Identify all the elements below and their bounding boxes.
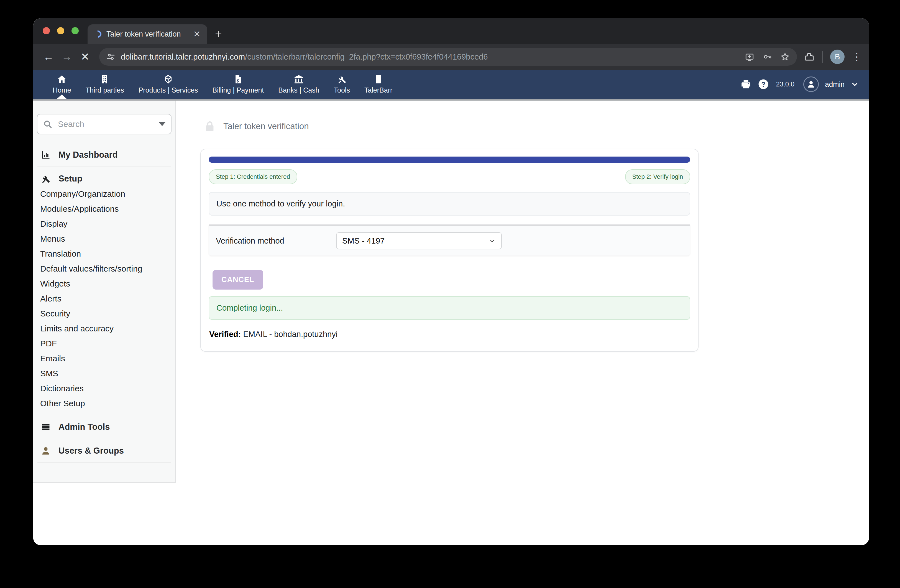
nav-item-banks-cash[interactable]: Banks | Cash xyxy=(271,70,326,99)
nav-item-label: Billing | Payment xyxy=(213,86,264,94)
sidebar-divider xyxy=(37,462,171,463)
new-tab-button[interactable]: + xyxy=(215,28,222,40)
sidebar-item-display[interactable]: Display xyxy=(37,216,172,231)
sidebar-item-alerts[interactable]: Alerts xyxy=(37,291,172,306)
site-info-icon[interactable] xyxy=(106,52,115,61)
server-icon xyxy=(40,422,51,432)
sidebar-divider xyxy=(37,439,171,439)
verification-method-row: Verification method SMS - 4197 xyxy=(209,225,690,256)
sidebar-item-company-organization[interactable]: Company/Organization xyxy=(37,186,172,202)
step2-badge: Step 2: Verify login xyxy=(625,169,690,184)
sidebar-item-sms[interactable]: SMS xyxy=(37,366,172,381)
nav-item-label: Tools xyxy=(334,86,350,94)
users-icon xyxy=(40,446,51,456)
main-panel: Taler token verification Step 1: Credent… xyxy=(176,101,869,545)
browser-toolbar: ← → ✕ dolibarr.tutorial.taler.potuzhnyi.… xyxy=(33,44,869,70)
bookmark-star-icon[interactable] xyxy=(780,52,790,62)
sidebar: My Dashboard Setup Company/Organization … xyxy=(33,101,176,483)
verified-row: Verified: EMAIL - bohdan.potuzhnyi xyxy=(209,330,690,339)
back-button[interactable]: ← xyxy=(40,49,56,65)
sidebar-item-modules-applications[interactable]: Modules/Applications xyxy=(37,202,172,216)
logged-user-label[interactable]: admin xyxy=(825,80,844,88)
nav-item-label: TalerBarr xyxy=(365,86,393,94)
tab-close-icon[interactable]: ✕ xyxy=(193,29,201,39)
selected-method-value: SMS - 4197 xyxy=(342,236,385,245)
sidebar-item-menus[interactable]: Menus xyxy=(37,231,172,246)
sidebar-item-label: My Dashboard xyxy=(59,150,118,160)
sidebar-section-label: Setup xyxy=(59,174,82,184)
window-zoom-button[interactable] xyxy=(71,27,79,34)
verification-method-select[interactable]: SMS - 4197 xyxy=(336,232,502,250)
dropdown-caret-icon[interactable] xyxy=(159,122,165,126)
nav-item-label: Products | Services xyxy=(138,86,198,94)
cancel-button[interactable]: CANCEL xyxy=(213,270,263,290)
steps-row: Step 1: Credentials entered Step 2: Veri… xyxy=(209,169,690,184)
nav-item-home[interactable]: Home xyxy=(45,70,78,99)
sidebar-item-dictionaries[interactable]: Dictionaries xyxy=(37,381,172,396)
url-host: dolibarr.tutorial.taler.potuzhnyi.com xyxy=(121,52,245,61)
chevron-down-icon[interactable] xyxy=(851,80,859,88)
address-bar[interactable]: dolibarr.tutorial.taler.potuzhnyi.com/cu… xyxy=(99,48,797,66)
nav-item-label: Third parties xyxy=(85,86,124,94)
nav-item-third-parties[interactable]: Third parties xyxy=(78,70,131,99)
sidebar-search[interactable] xyxy=(37,114,172,134)
toolbar-right-controls: B ⋮ xyxy=(803,50,862,64)
progress-bar xyxy=(209,157,690,163)
window-close-button[interactable] xyxy=(43,27,50,34)
sidebar-item-emails[interactable]: Emails xyxy=(37,351,172,366)
sidebar-item-security[interactable]: Security xyxy=(37,306,172,321)
browser-profile-avatar[interactable]: B xyxy=(830,50,844,64)
url-text: dolibarr.tutorial.taler.potuzhnyi.com/cu… xyxy=(121,52,739,62)
nav-item-billing-payment[interactable]: Billing | Payment xyxy=(205,70,271,99)
content-area: My Dashboard Setup Company/Organization … xyxy=(33,101,869,545)
traffic-lights xyxy=(43,27,79,34)
browser-tab[interactable]: Taler token verification ✕ xyxy=(88,24,207,44)
sidebar-section-users-groups[interactable]: Users & Groups xyxy=(37,443,172,459)
sidebar-item-default-values[interactable]: Default values/filters/sorting xyxy=(37,261,172,276)
instruction-box: Use one method to verify your login. xyxy=(209,192,690,216)
verification-card: Step 1: Credentials entered Step 2: Veri… xyxy=(200,149,698,352)
search-input[interactable] xyxy=(57,119,154,129)
version-label: 23.0.0 xyxy=(776,81,794,88)
extensions-icon[interactable] xyxy=(805,52,815,62)
browser-window: Taler token verification ✕ + ← → ✕ dolib… xyxy=(33,18,869,545)
install-app-icon[interactable] xyxy=(745,52,754,62)
sidebar-item-my-dashboard[interactable]: My Dashboard xyxy=(37,147,172,163)
nav-item-talerbarr[interactable]: TalerBarr xyxy=(357,70,400,99)
stop-button[interactable]: ✕ xyxy=(77,49,93,65)
tab-strip: Taler token verification ✕ + xyxy=(33,18,869,44)
sidebar-item-pdf[interactable]: PDF xyxy=(37,336,172,351)
select-chevron-icon xyxy=(489,237,496,244)
page-title-row: Taler token verification xyxy=(203,120,869,133)
search-icon xyxy=(43,119,52,129)
forward-button[interactable]: → xyxy=(59,49,75,65)
page-title: Taler token verification xyxy=(223,121,309,131)
sidebar-section-setup[interactable]: Setup xyxy=(37,171,172,186)
step1-badge: Step 1: Credentials entered xyxy=(209,169,297,184)
talerbarr-icon xyxy=(374,74,383,84)
lock-icon xyxy=(203,120,216,133)
sidebar-divider xyxy=(37,415,171,415)
tools-icon xyxy=(337,74,347,84)
app-navbar: Home Third parties Products | Services B… xyxy=(33,70,869,99)
svg-text:?: ? xyxy=(762,81,766,88)
window-minimize-button[interactable] xyxy=(57,27,64,34)
tab-loading-spinner-icon xyxy=(93,29,103,39)
nav-item-tools[interactable]: Tools xyxy=(327,70,357,99)
menu-kebab-icon[interactable]: ⋮ xyxy=(852,51,862,63)
sidebar-item-translation[interactable]: Translation xyxy=(37,246,172,261)
password-key-icon[interactable] xyxy=(763,52,772,62)
building-icon xyxy=(100,74,110,84)
nav-item-products-services[interactable]: Products | Services xyxy=(131,70,205,99)
sidebar-item-limits-accuracy[interactable]: Limits and accuracy xyxy=(37,321,172,336)
sidebar-item-other-setup[interactable]: Other Setup xyxy=(37,396,172,411)
sidebar-section-admin-tools[interactable]: Admin Tools xyxy=(37,419,172,435)
url-path: /custom/talerbarr/talerconfig_2fa.php?ct… xyxy=(245,52,488,61)
user-avatar-icon[interactable] xyxy=(803,76,819,92)
verified-label: Verified: xyxy=(209,330,241,338)
dashboard-chart-icon xyxy=(40,150,51,160)
sidebar-item-widgets[interactable]: Widgets xyxy=(37,276,172,291)
printer-icon[interactable] xyxy=(740,79,751,90)
verification-method-label: Verification method xyxy=(216,236,336,245)
help-icon[interactable]: ? xyxy=(757,78,769,90)
